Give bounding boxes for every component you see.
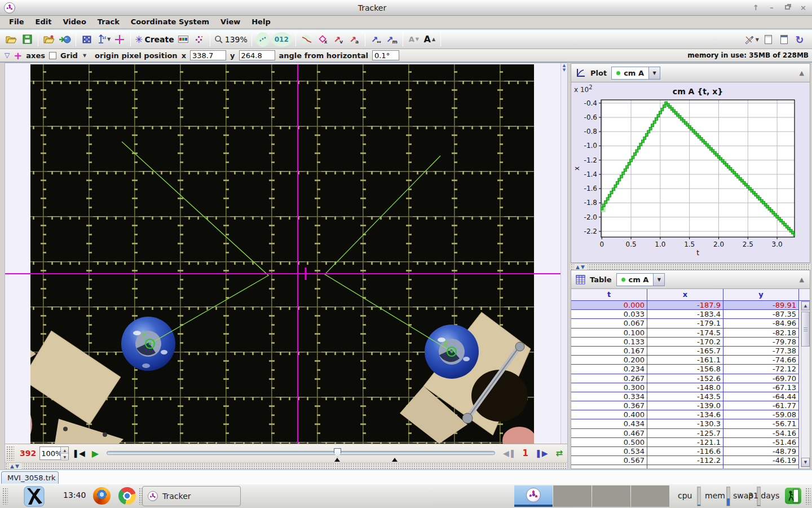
font-smaller-icon[interactable]: A▼ (407, 32, 421, 47)
notes-icon[interactable] (777, 32, 791, 47)
menu-coordinate-system[interactable]: Coordinate System (125, 16, 215, 28)
xfce-menu-icon[interactable] (24, 486, 45, 507)
workspace-3[interactable] (592, 485, 630, 507)
table-dropdown-arrow-icon[interactable]: ▼ (653, 274, 664, 286)
table-cell[interactable]: -56.71 (723, 419, 799, 428)
table-cell[interactable]: -79.78 (723, 338, 799, 346)
refresh-icon[interactable]: ↻ (793, 32, 806, 47)
table-cell[interactable]: -51.46 (723, 438, 799, 446)
table-row[interactable] (571, 465, 799, 469)
grid-dropdown-icon[interactable]: ▼ (83, 53, 86, 58)
column-header-y[interactable]: y (723, 289, 799, 300)
rate-input[interactable] (40, 447, 60, 459)
table-cell[interactable]: 0.000 (571, 301, 647, 309)
table-cell[interactable]: 0.534 (571, 447, 647, 456)
table-cell[interactable]: 0.200 (571, 356, 647, 364)
table-cell[interactable]: 0.133 (571, 338, 647, 346)
minimize-button[interactable]: – (765, 2, 778, 13)
workspace-4[interactable] (631, 485, 669, 507)
plot-collapse-button[interactable]: ▲ (800, 69, 804, 77)
column-header-x[interactable]: x (647, 289, 723, 300)
table-cell[interactable]: -130.3 (647, 419, 723, 428)
frame-slider[interactable] (107, 446, 495, 460)
step-numbers-icon[interactable]: 012 (272, 32, 292, 47)
scrollbar-thumb[interactable] (801, 312, 810, 347)
logout-button[interactable] (785, 488, 801, 504)
table-cell[interactable]: -46.19 (723, 456, 799, 465)
workspace-1[interactable] (514, 485, 553, 507)
table-cell[interactable]: -161.1 (647, 356, 723, 364)
tracker-window-button[interactable]: Tracker (142, 486, 241, 506)
slider-thumb[interactable] (334, 448, 341, 457)
table-row[interactable]: 0.200-161.1-74.66 (571, 356, 799, 365)
font-bigger-icon[interactable]: A▲ (423, 32, 436, 47)
in-point-marker[interactable] (334, 458, 340, 462)
table-row[interactable]: 0.100-174.5-82.18 (571, 329, 799, 338)
calibration-tools-icon[interactable]: 10 ▼ (96, 32, 111, 47)
table-cell[interactable]: -152.6 (647, 374, 723, 383)
chrome-launcher-icon[interactable] (118, 487, 136, 505)
firefox-launcher-icon[interactable] (93, 487, 111, 505)
shade-window-button[interactable]: ↑ (749, 2, 762, 13)
positions-icon[interactable]: x (316, 32, 329, 47)
plot-canvas[interactable]: 00.51.01.52.02.53.0-0.4-0.6-0.8-1.0-1.2-… (571, 82, 811, 263)
table-cell[interactable]: -165.7 (647, 347, 723, 355)
menu-file[interactable]: File (3, 16, 30, 28)
table-row[interactable]: 0.000-187.9-89.91 (571, 301, 799, 310)
spectral-line-icon[interactable] (192, 32, 206, 47)
scroll-up-icon[interactable]: ▲ (801, 301, 810, 310)
table-cell[interactable]: -116.6 (647, 447, 723, 456)
open-icon[interactable] (5, 32, 18, 47)
table-row[interactable]: 0.033-183.4-87.35 (571, 310, 799, 319)
menu-help[interactable]: Help (246, 16, 276, 28)
table-cell[interactable]: 0.033 (571, 310, 647, 318)
clock[interactable]: 13:40 (63, 491, 86, 500)
plot-track-dropdown[interactable]: cm A ▼ (611, 67, 660, 80)
stretch-momentum-icon[interactable]: ↗m (385, 32, 399, 47)
panel-splitter[interactable]: ▲▼ (571, 263, 810, 270)
splitter-arrows-icon[interactable]: ▲▼ (574, 264, 588, 270)
video-vertical-scrollbar[interactable]: ▲▼ (561, 63, 567, 444)
table-row[interactable]: 0.567-112.2-46.19 (571, 456, 799, 465)
origin-y-input[interactable] (239, 50, 275, 60)
table-cell[interactable]: 0.500 (571, 438, 647, 446)
restore-button[interactable] (781, 2, 794, 13)
drawings-icon[interactable]: ▼ (744, 32, 759, 47)
table-row[interactable]: 0.434-130.3-56.71 (571, 419, 799, 428)
bottom-splitter[interactable]: ▲▼ (5, 462, 567, 469)
tab-mvi-3058[interactable]: MVI_3058.trk (1, 471, 59, 485)
rate-up-icon[interactable]: ▲ (61, 447, 68, 454)
menu-video[interactable]: Video (57, 16, 91, 28)
copy-image-icon[interactable] (761, 32, 775, 47)
table-cell[interactable]: -170.2 (647, 338, 723, 346)
loop-button[interactable]: ⇄ (555, 448, 563, 458)
table-cell[interactable]: -156.8 (647, 365, 723, 373)
clip-settings-icon[interactable] (80, 32, 94, 47)
table-row[interactable]: 0.167-165.7-77.38 (571, 347, 799, 356)
menu-edit[interactable]: Edit (30, 16, 58, 28)
table-cell[interactable]: -187.9 (647, 301, 723, 309)
track-filter-icon[interactable]: ▽ (5, 51, 10, 59)
table-cell[interactable]: -183.4 (647, 310, 723, 318)
grid-checkbox[interactable] (49, 52, 56, 59)
workspace-2[interactable] (553, 485, 592, 507)
reset-frame-button[interactable]: ❚◀ (72, 449, 85, 458)
table-cell[interactable]: -67.13 (723, 383, 799, 392)
splitter-arrows-icon[interactable]: ▲▼ (8, 463, 22, 469)
axes-icon[interactable]: + (14, 50, 22, 62)
table-cell[interactable]: -72.12 (723, 365, 799, 373)
panel-grip[interactable] (2, 488, 8, 505)
menu-track[interactable]: Track (92, 16, 125, 28)
table-row[interactable]: 0.500-121.1-51.46 (571, 438, 799, 447)
table-cell[interactable]: 0.234 (571, 365, 647, 373)
table-row[interactable]: 0.300-148.0-67.13 (571, 383, 799, 392)
table-cell[interactable]: -59.08 (723, 410, 799, 419)
table-cell[interactable]: 0.167 (571, 347, 647, 355)
table-row[interactable]: 0.234-156.8-72.12 (571, 365, 799, 374)
table-row[interactable]: 0.267-152.6-69.70 (571, 374, 799, 383)
velocities-icon[interactable]: ↗v (332, 32, 345, 47)
save-icon[interactable] (20, 32, 34, 47)
table-cell[interactable]: -82.18 (723, 329, 799, 337)
table-collapse-button[interactable]: ▲ (800, 276, 804, 283)
table-cell[interactable]: -174.5 (647, 329, 723, 337)
